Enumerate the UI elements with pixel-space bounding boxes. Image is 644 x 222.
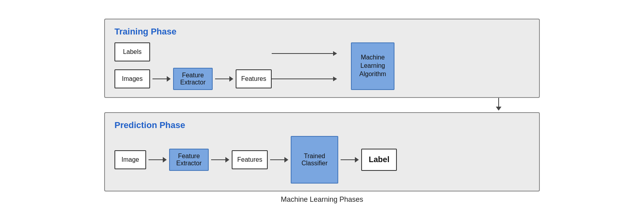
- feature-extractor-train: FeatureExtractor: [173, 68, 213, 90]
- vert-line: [498, 98, 499, 107]
- svg-marker-3: [333, 77, 337, 81]
- arrow-images-to-fe: [152, 76, 171, 82]
- arrow-fe-to-features-train: [215, 76, 233, 82]
- training-arrows-svg: [272, 44, 351, 88]
- arrow-line: [270, 159, 284, 160]
- training-labels-row: Labels: [114, 42, 272, 61]
- diagram-container: Training Phase Labels Images FeatureExtr…: [104, 19, 540, 204]
- arrow-classifier-to-label: [341, 157, 359, 163]
- training-phase-box: Training Phase Labels Images FeatureExtr…: [104, 19, 540, 98]
- arrow-line: [149, 159, 163, 160]
- prediction-phase-title: Prediction Phase: [114, 120, 530, 130]
- feature-extractor-pred: FeatureExtractor: [169, 149, 209, 171]
- arrow-head: [229, 76, 233, 82]
- training-images-row: Images FeatureExtractor Features: [114, 68, 272, 90]
- labels-node: Labels: [114, 42, 150, 61]
- arrow-line: [341, 159, 355, 160]
- caption: Machine Learning Phases: [281, 195, 363, 204]
- arrow-features-to-classifier: [270, 157, 288, 163]
- arrow-line: [152, 78, 167, 79]
- images-node: Images: [114, 69, 150, 88]
- vertical-arrow-wrapper: [104, 98, 540, 112]
- image-node: Image: [114, 150, 146, 169]
- ml-algo-node: MachineLearningAlgorithm: [351, 42, 394, 90]
- arrow-line: [215, 78, 229, 79]
- arrow-fe-to-features-pred: [211, 157, 229, 163]
- features-train: Features: [236, 69, 272, 88]
- arrow-line: [211, 159, 225, 160]
- arrow-head: [167, 76, 171, 82]
- prediction-inner: Image FeatureExtractor Features TrainedC…: [114, 136, 530, 184]
- arrow-head: [355, 157, 359, 163]
- training-inner: Labels Images FeatureExtractor Features: [114, 42, 530, 90]
- training-left: Labels Images FeatureExtractor Features: [114, 42, 272, 90]
- arrow-image-to-fe: [149, 157, 167, 163]
- vertical-arrow: [496, 98, 501, 111]
- trained-classifier-node: TrainedClassifier: [291, 136, 338, 184]
- arrow-head: [284, 157, 288, 163]
- arrow-head: [163, 157, 167, 163]
- label-output-node: Label: [361, 149, 397, 171]
- arrow-head: [225, 157, 229, 163]
- prediction-phase-box: Prediction Phase Image FeatureExtractor …: [104, 112, 540, 191]
- svg-marker-1: [333, 51, 337, 56]
- vert-head: [496, 107, 501, 111]
- training-phase-title: Training Phase: [114, 27, 530, 37]
- features-pred: Features: [232, 150, 268, 169]
